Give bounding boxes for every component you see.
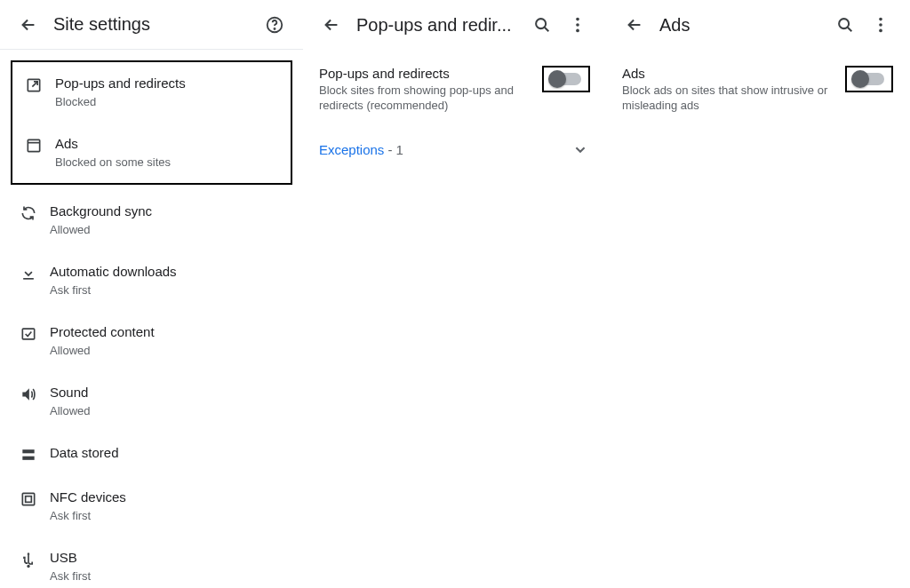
ads-toggle-row: Ads Block ads on sites that show intrusi…	[622, 59, 893, 120]
nfc-icon	[20, 490, 37, 508]
row-title: Automatic downloads	[50, 263, 289, 281]
svg-rect-8	[22, 449, 34, 453]
row-title: Sound	[50, 384, 289, 401]
protected-icon	[20, 325, 37, 343]
back-button[interactable]	[617, 7, 652, 43]
row-sub: Allowed	[50, 403, 289, 419]
expand-icon	[571, 139, 590, 159]
arrow-back-icon	[322, 15, 341, 35]
header: Site settings	[0, 0, 303, 50]
setting-sub: Block sites from showing pop-ups and red…	[319, 83, 531, 113]
setting-ads[interactable]: Ads Blocked on some sites	[12, 123, 291, 183]
overflow-menu-button[interactable]	[863, 7, 898, 43]
setting-background-sync[interactable]: Background sync Allowed	[0, 190, 303, 250]
search-icon	[532, 15, 552, 35]
download-icon	[20, 265, 37, 282]
row-sub: Allowed	[50, 343, 289, 359]
row-sub: Ask first	[50, 282, 289, 298]
site-settings-panel: Site settings Pop-ups and redirects Bloc…	[0, 0, 303, 588]
setting-sub: Block ads on sites that show intrusive o…	[622, 83, 834, 113]
header: Pop-ups and redir...	[303, 0, 606, 50]
svg-rect-7	[22, 329, 34, 339]
svg-point-18	[576, 23, 579, 27]
svg-rect-11	[26, 497, 32, 503]
setting-nfc-devices[interactable]: NFC devices Ask first	[0, 476, 303, 536]
popups-panel: Pop-ups and redir... Pop-ups and redirec…	[303, 0, 606, 588]
setting-data-stored[interactable]: Data stored	[0, 432, 303, 476]
setting-title: Ads	[622, 66, 834, 81]
svg-rect-9	[22, 457, 34, 460]
sync-icon	[20, 204, 37, 222]
back-button[interactable]	[11, 7, 46, 43]
svg-point-23	[879, 29, 882, 33]
ads-toggle-highlight	[845, 66, 893, 92]
popups-toggle[interactable]	[551, 73, 581, 85]
page-title: Ads	[652, 15, 827, 36]
svg-point-17	[576, 18, 579, 21]
back-button[interactable]	[314, 7, 349, 43]
row-sub: Allowed	[50, 222, 289, 238]
highlighted-group: Pop-ups and redirects Blocked Ads Blocke…	[11, 60, 292, 185]
row-sub: Blocked on some sites	[55, 155, 285, 171]
row-sub: Blocked	[55, 94, 285, 110]
detail-body: Pop-ups and redirects Block sites from s…	[303, 50, 606, 170]
svg-rect-10	[22, 493, 34, 505]
search-button[interactable]	[827, 7, 863, 43]
help-icon	[265, 15, 284, 35]
popups-toggle-row: Pop-ups and redirects Block sites from s…	[319, 59, 590, 120]
setting-automatic-downloads[interactable]: Automatic downloads Ask first	[0, 250, 303, 311]
svg-point-20	[839, 19, 849, 28]
page-title: Site settings	[46, 14, 257, 35]
popup-icon	[25, 76, 43, 94]
usb-icon	[20, 551, 37, 568]
chevron-down-icon	[571, 139, 590, 159]
exceptions-label: Exceptions	[319, 142, 384, 157]
svg-rect-13	[23, 557, 26, 560]
row-title: Pop-ups and redirects	[55, 75, 285, 92]
settings-list: Pop-ups and redirects Blocked Ads Blocke…	[0, 60, 303, 588]
row-title: Ads	[55, 135, 285, 153]
exceptions-count: - 1	[387, 142, 403, 157]
setting-title: Pop-ups and redirects	[319, 66, 531, 81]
sound-icon	[20, 385, 37, 403]
overflow-menu-button[interactable]	[560, 7, 595, 43]
search-icon	[835, 15, 855, 35]
setting-protected-content[interactable]: Protected content Allowed	[0, 311, 303, 371]
more-vert-icon	[568, 15, 587, 35]
row-title: USB	[50, 549, 289, 567]
ads-panel: Ads Ads Block ads on sites that show int…	[606, 0, 909, 588]
row-title: Background sync	[50, 203, 289, 220]
arrow-back-icon	[19, 15, 38, 35]
storage-icon	[20, 446, 37, 464]
svg-point-19	[576, 29, 579, 33]
setting-popups-redirects[interactable]: Pop-ups and redirects Blocked	[12, 62, 291, 123]
svg-point-16	[536, 19, 546, 28]
exceptions-row[interactable]: Exceptions - 1	[319, 120, 590, 170]
row-sub: Ask first	[50, 508, 289, 524]
popups-toggle-highlight	[542, 66, 590, 92]
svg-point-21	[879, 18, 882, 21]
ads-icon	[25, 137, 43, 155]
svg-rect-6	[23, 278, 34, 280]
row-title: Data stored	[50, 444, 289, 462]
search-button[interactable]	[524, 7, 560, 43]
detail-body: Ads Block ads on sites that show intrusi…	[606, 50, 909, 120]
svg-point-12	[27, 565, 29, 568]
help-button[interactable]	[257, 7, 292, 43]
row-sub: Ask first	[50, 568, 289, 584]
row-title: NFC devices	[50, 489, 289, 506]
more-vert-icon	[871, 15, 890, 35]
header: Ads	[606, 0, 909, 50]
ads-toggle[interactable]	[854, 73, 884, 85]
setting-sound[interactable]: Sound Allowed	[0, 371, 303, 432]
page-title: Pop-ups and redir...	[349, 15, 524, 36]
row-title: Protected content	[50, 323, 289, 341]
arrow-back-icon	[625, 15, 644, 35]
svg-point-22	[879, 23, 882, 27]
svg-point-1	[274, 28, 275, 29]
setting-usb[interactable]: USB Ask first	[0, 536, 303, 588]
